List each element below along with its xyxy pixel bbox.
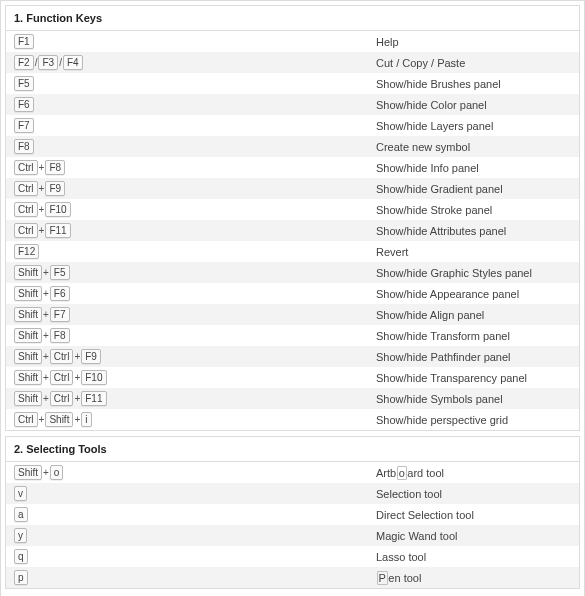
highlight-letter: P: [377, 571, 388, 585]
shortcut-row: F2/F3/F4Cut / Copy / Paste: [6, 52, 579, 73]
shortcut-row: Ctrl+F10Show/hide Stroke panel: [6, 199, 579, 220]
keycap: Shift: [14, 328, 42, 343]
shortcut-row: F12Revert: [6, 241, 579, 262]
description-cell: Show/hide Transform panel: [376, 330, 571, 342]
shortcut-row: yMagic Wand tool: [6, 525, 579, 546]
description-cell: Magic Wand tool: [376, 530, 571, 542]
description-cell: Show/hide Attributes panel: [376, 225, 571, 237]
description-cell: Show/hide Align panel: [376, 309, 571, 321]
description-cell: Direct Selection tool: [376, 509, 571, 521]
keycap: Shift: [14, 391, 42, 406]
keys-cell: F7: [14, 118, 376, 133]
keycap: F8: [50, 328, 70, 343]
keycap: Shift: [14, 307, 42, 322]
description-cell: Show/hide Stroke panel: [376, 204, 571, 216]
shortcut-row: Shift+Ctrl+F10Show/hide Transparency pan…: [6, 367, 579, 388]
keycap: o: [50, 465, 64, 480]
keycap: Ctrl: [14, 160, 38, 175]
description-cell: Help: [376, 36, 571, 48]
key-joiner: +: [74, 371, 81, 384]
keys-cell: Shift+F7: [14, 307, 376, 322]
shortcut-row: Shift+F5Show/hide Graphic Styles panel: [6, 262, 579, 283]
keycap: Ctrl: [50, 349, 74, 364]
description-cell: Revert: [376, 246, 571, 258]
key-joiner: +: [39, 203, 46, 216]
keys-cell: v: [14, 486, 376, 501]
keys-cell: F1: [14, 34, 376, 49]
section: 2. Selecting ToolsShift+oArtboard toolvS…: [5, 436, 580, 589]
description-cell: Show/hide Symbols panel: [376, 393, 571, 405]
key-joiner: +: [43, 266, 50, 279]
keycap: F6: [14, 97, 34, 112]
keys-cell: Shift+Ctrl+F11: [14, 391, 376, 406]
shortcut-row: F6Show/hide Color panel: [6, 94, 579, 115]
keycap: F5: [14, 76, 34, 91]
key-joiner: +: [43, 466, 50, 479]
keys-cell: q: [14, 549, 376, 564]
shortcut-row: vSelection tool: [6, 483, 579, 504]
shortcut-row: pPen tool: [6, 567, 579, 588]
keycap: Shift: [14, 265, 42, 280]
section-header: 1. Function Keys: [6, 6, 579, 31]
description-cell: Show/hide Appearance panel: [376, 288, 571, 300]
description-cell: Show/hide Pathfinder panel: [376, 351, 571, 363]
description-cell: Show/hide Transparency panel: [376, 372, 571, 384]
section-body: Shift+oArtboard toolvSelection toolaDire…: [6, 462, 579, 588]
key-joiner: +: [43, 392, 50, 405]
keys-cell: F5: [14, 76, 376, 91]
keycap: F7: [50, 307, 70, 322]
keys-cell: y: [14, 528, 376, 543]
description-cell: Create new symbol: [376, 141, 571, 153]
shortcut-row: Shift+oArtboard tool: [6, 462, 579, 483]
keycap: Shift: [14, 465, 42, 480]
keycap: F12: [14, 244, 39, 259]
key-joiner: +: [43, 329, 50, 342]
keys-cell: Shift+o: [14, 465, 376, 480]
shortcut-row: Ctrl+F8Show/hide Info panel: [6, 157, 579, 178]
keycap: F10: [81, 370, 106, 385]
shortcut-row: F5Show/hide Brushes panel: [6, 73, 579, 94]
shortcut-row: qLasso tool: [6, 546, 579, 567]
keys-cell: F8: [14, 139, 376, 154]
keycap: Ctrl: [50, 370, 74, 385]
keys-cell: a: [14, 507, 376, 522]
description-cell: Show/hide Brushes panel: [376, 78, 571, 90]
keys-cell: Shift+Ctrl+F10: [14, 370, 376, 385]
keys-cell: Ctrl+Shift+i: [14, 412, 376, 427]
key-joiner: +: [74, 392, 81, 405]
description-cell: Show/hide Layers panel: [376, 120, 571, 132]
description-cell: Show/hide Info panel: [376, 162, 571, 174]
keycap: F6: [50, 286, 70, 301]
shortcut-row: F7Show/hide Layers panel: [6, 115, 579, 136]
keycap: Shift: [14, 370, 42, 385]
keycap: Ctrl: [14, 223, 38, 238]
shortcut-row: Ctrl+F9Show/hide Gradient panel: [6, 178, 579, 199]
key-joiner: +: [39, 224, 46, 237]
description-cell: Pen tool: [376, 572, 571, 584]
shortcut-row: Shift+F7Show/hide Align panel: [6, 304, 579, 325]
keycap: Ctrl: [50, 391, 74, 406]
keys-cell: Ctrl+F8: [14, 160, 376, 175]
keys-cell: Shift+F5: [14, 265, 376, 280]
section-header: 2. Selecting Tools: [6, 437, 579, 462]
shortcut-row: Ctrl+Shift+iShow/hide perspective grid: [6, 409, 579, 430]
keys-cell: Ctrl+F11: [14, 223, 376, 238]
description-cell: Show/hide Color panel: [376, 99, 571, 111]
keycap: Shift: [14, 349, 42, 364]
keycap: F2: [14, 55, 34, 70]
shortcut-row: Shift+Ctrl+F11Show/hide Symbols panel: [6, 388, 579, 409]
keycap: Shift: [14, 286, 42, 301]
key-joiner: +: [43, 287, 50, 300]
key-joiner: +: [74, 413, 81, 426]
keycap: Ctrl: [14, 181, 38, 196]
key-joiner: +: [43, 308, 50, 321]
description-cell: Lasso tool: [376, 551, 571, 563]
keycap: Shift: [45, 412, 73, 427]
description-cell: Show/hide Gradient panel: [376, 183, 571, 195]
keycap: F10: [45, 202, 70, 217]
shortcut-row: F1Help: [6, 31, 579, 52]
shortcut-row: aDirect Selection tool: [6, 504, 579, 525]
key-joiner: +: [74, 350, 81, 363]
keycap: F4: [63, 55, 83, 70]
section-body: F1HelpF2/F3/F4Cut / Copy / PasteF5Show/h…: [6, 31, 579, 430]
